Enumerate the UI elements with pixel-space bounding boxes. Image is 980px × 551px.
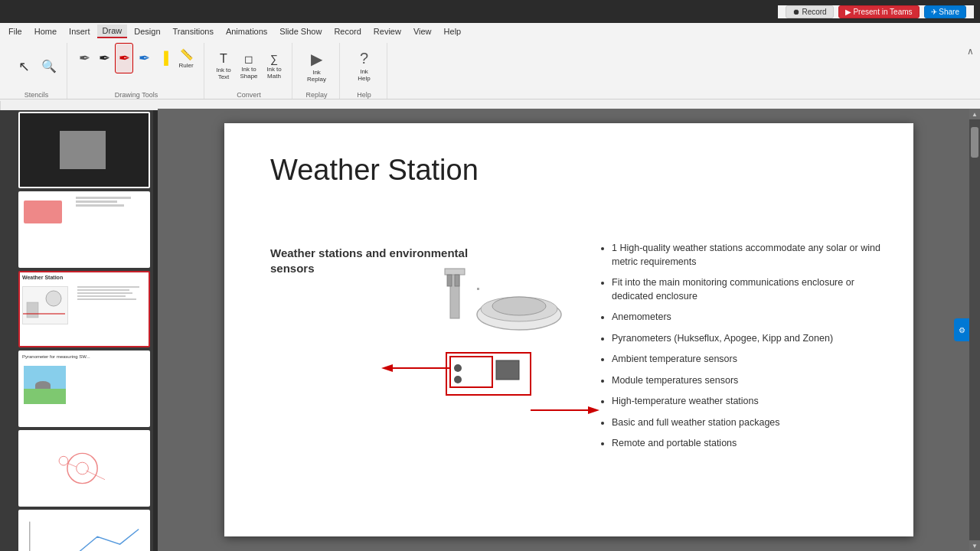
main-content: 2 3 4 — [0, 109, 980, 551]
scroll-track — [969, 119, 980, 540]
slide6-svg — [22, 434, 146, 503]
menu-item-record[interactable]: Record — [328, 25, 366, 37]
slide-thumb-6[interactable] — [18, 430, 150, 507]
ink-to-shape-btn[interactable]: ◻ Ink toShape — [237, 51, 260, 82]
bullet-item-4: Ambient temperature sensors — [612, 353, 890, 367]
menu-item-draw[interactable]: Draw — [97, 24, 128, 38]
ink-replay-btn[interactable]: ▶ InkReplay — [305, 51, 328, 82]
menu-item-slide show[interactable]: Slide Show — [274, 25, 327, 37]
menu-item-insert[interactable]: Insert — [64, 25, 96, 37]
cursor-icon: ↖ — [18, 60, 30, 73]
slide-thumb-container-5: 5 Pyranometer for measuring SW... — [3, 350, 150, 427]
highlighter-yellow[interactable]: ▐ — [155, 43, 173, 73]
ink-help-btn[interactable]: ? InkHelp — [353, 51, 376, 82]
menu-item-help[interactable]: Help — [439, 25, 467, 37]
svg-point-6 — [77, 462, 89, 474]
sidebar-icon: ⚙ — [959, 326, 965, 334]
svg-point-7 — [59, 456, 68, 465]
ruler-btn[interactable]: 📏 Ruler — [175, 43, 198, 73]
ribbon-group-drawing: ✒ ✒ ✒ ✒ ▐ 📏 Ruler Drawin — [69, 43, 204, 99]
present-teams-button[interactable]: ▶ Present in Teams — [838, 5, 920, 18]
slide-canvas: Weather Station Weather stations and env… — [224, 123, 913, 536]
stencils-label: Stencils — [24, 91, 49, 99]
slide-thumb-2[interactable] — [18, 112, 150, 188]
bullet-item-3: Pyranometers (Hukseflux, Apogee, Kipp an… — [612, 332, 890, 346]
slide-thumb-container-4: 4 Weather Station — [3, 271, 150, 347]
scroll-down-arrow[interactable]: ▼ — [969, 540, 980, 551]
bullet-item-1: Fit into the main monitoring communicati… — [612, 276, 890, 303]
slide-thumb-container-3: 3 — [3, 191, 150, 268]
ribbon-group-replay: ▶ InkReplay Replay — [294, 43, 340, 99]
svg-point-2 — [46, 291, 61, 306]
svg-point-18 — [492, 297, 546, 315]
slide-thumb-container-2: 2 — [3, 112, 150, 188]
slide-preview-3 — [20, 193, 149, 266]
bullet-item-6: High-temperature weather stations — [612, 395, 890, 409]
svg-marker-24 — [381, 364, 393, 372]
slide-preview-2 — [20, 113, 149, 187]
slide-preview-6 — [20, 432, 149, 505]
blue-sidebar-btn[interactable]: ⚙ — [954, 318, 969, 341]
share-button[interactable]: ✈ Share — [924, 5, 966, 18]
canvas-area: Weather Station Weather stations and env… — [158, 109, 980, 551]
bullet-item-0: 1 High-quality weather stations accommod… — [612, 242, 890, 269]
slide-title: Weather Station — [270, 154, 479, 187]
right-scrollbar[interactable]: ▲ ▼ — [969, 109, 980, 551]
bullet-item-2: Anemometers — [612, 311, 890, 324]
ribbon-group-convert: T Ink toText ◻ Ink toShape ∑ Ink toMath … — [206, 43, 292, 99]
ribbon: ↖ 🔍 Stencils ✒ ✒ ✒ ✒ — [0, 40, 980, 99]
diagram-area — [377, 265, 615, 441]
ribbon-collapse-btn[interactable]: ∧ — [967, 46, 974, 57]
menu-item-animations[interactable]: Animations — [220, 25, 273, 37]
slide-preview-7 — [20, 511, 149, 551]
bullet-item-5: Module temperatures sensors — [612, 374, 890, 388]
search-tool[interactable]: 🔍 — [38, 51, 60, 82]
search-icon: 🔍 — [41, 60, 57, 73]
drawing-tools-label: Drawing Tools — [115, 91, 158, 99]
pen-black[interactable]: ✒ — [95, 43, 113, 73]
slide-thumb-3[interactable] — [18, 191, 150, 268]
diagram-svg — [377, 265, 615, 441]
pen-gray[interactable]: ✒ — [75, 43, 93, 73]
record-button[interactable]: ⏺ Record — [786, 5, 834, 18]
slide-panel[interactable]: 2 3 4 — [0, 109, 153, 551]
svg-rect-22 — [496, 360, 519, 380]
slide-thumb-container-7: 7 — [3, 510, 150, 551]
menu-item-view[interactable]: View — [408, 25, 437, 37]
slide-thumb-7[interactable] — [18, 510, 150, 551]
svg-point-5 — [67, 453, 97, 483]
slide-bullet-list: 1 High-quality weather stations accommod… — [599, 242, 890, 458]
bullet-item-8: Remote and portable stations — [612, 437, 890, 451]
slide-thumb-4[interactable]: Weather Station — [18, 271, 150, 347]
menu-item-file[interactable]: File — [3, 25, 28, 37]
menu-item-home[interactable]: Home — [29, 25, 62, 37]
pen-red2[interactable]: ✒ — [135, 43, 153, 73]
svg-rect-13 — [445, 269, 465, 275]
svg-line-9 — [86, 471, 105, 480]
cursor-tool[interactable]: ↖ — [12, 51, 35, 82]
convert-label: Convert — [237, 91, 261, 99]
svg-rect-3 — [27, 302, 38, 318]
svg-rect-15 — [455, 275, 459, 286]
replay-label: Replay — [305, 91, 327, 99]
ribbon-right-buttons: ⏺ Record ▶ Present in Teams ✈ Share — [778, 5, 974, 18]
scroll-thumb[interactable] — [971, 127, 978, 158]
slide7-svg — [22, 514, 146, 551]
menu-item-design[interactable]: Design — [129, 25, 165, 37]
slide-thumb-5[interactable]: Pyranometer for measuring SW... — [18, 350, 150, 427]
menu-item-review[interactable]: Review — [368, 25, 407, 37]
ink-to-math-btn[interactable]: ∑ Ink toMath — [263, 51, 286, 82]
slide-thumb-container-6: 6 — [3, 430, 150, 507]
menu-item-transitions[interactable]: Transitions — [168, 25, 219, 37]
scroll-up-arrow[interactable]: ▲ — [969, 109, 980, 119]
svg-marker-27 — [588, 406, 599, 414]
pen-red[interactable]: ✒ — [115, 43, 133, 73]
help-label: Help — [357, 91, 371, 99]
svg-point-21 — [454, 376, 462, 383]
ink-to-text-btn[interactable]: T Ink toText — [212, 51, 235, 82]
bullet-item-7: Basic and full weather station packages — [612, 416, 890, 430]
slide-preview-5: Pyranometer for measuring SW... — [20, 352, 149, 425]
ruler — [0, 99, 980, 109]
menu-bar: FileHomeInsertDrawDesignTransitionsAnima… — [0, 23, 980, 40]
top-bar: ⏺ Record ▶ Present in Teams ✈ Share — [0, 0, 980, 23]
